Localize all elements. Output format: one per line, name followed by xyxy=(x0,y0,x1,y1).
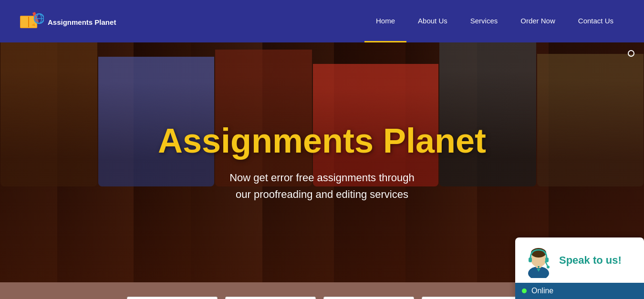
phone-input[interactable] xyxy=(323,297,414,299)
name-input[interactable] xyxy=(127,297,218,299)
speak-to-us-text: Speak to us! xyxy=(559,254,622,267)
online-indicator xyxy=(522,289,527,293)
nav-about[interactable]: About Us xyxy=(406,0,459,42)
chat-header: Speak to us! xyxy=(515,237,644,283)
book-icon xyxy=(19,12,44,31)
main-nav: Home About Us Services Order Now Contact… xyxy=(364,0,625,42)
svg-rect-12 xyxy=(529,258,532,262)
nav-order[interactable]: Order Now xyxy=(509,0,567,42)
papers-type-select[interactable]: Select Papers Type Essay Research Paper … xyxy=(422,297,517,299)
agent-avatar-icon xyxy=(522,242,555,278)
hero-subtitle: Now get error free assignments through o… xyxy=(64,169,580,203)
chat-widget[interactable]: Speak to us! Online xyxy=(515,237,644,299)
chat-body: Online xyxy=(515,283,644,299)
online-status-text: Online xyxy=(531,287,553,295)
nav-home[interactable]: Home xyxy=(364,0,406,42)
header: Assignments Planet Home About Us Service… xyxy=(0,0,644,42)
logo-area: Assignments Planet xyxy=(19,12,116,31)
email-input[interactable] xyxy=(225,297,316,299)
form-row: Select Papers Type Essay Research Paper … xyxy=(127,297,517,299)
logo-text: Assignments Planet xyxy=(48,18,116,27)
svg-point-15 xyxy=(547,266,550,268)
nav-contact[interactable]: Contact Us xyxy=(567,0,625,42)
nav-services[interactable]: Services xyxy=(459,0,509,42)
carousel-dot[interactable] xyxy=(628,50,634,57)
hero-title: Assignments Planet xyxy=(64,122,580,160)
logo-icons xyxy=(19,12,44,31)
hero-content: Assignments Planet Now get error free as… xyxy=(64,122,580,203)
